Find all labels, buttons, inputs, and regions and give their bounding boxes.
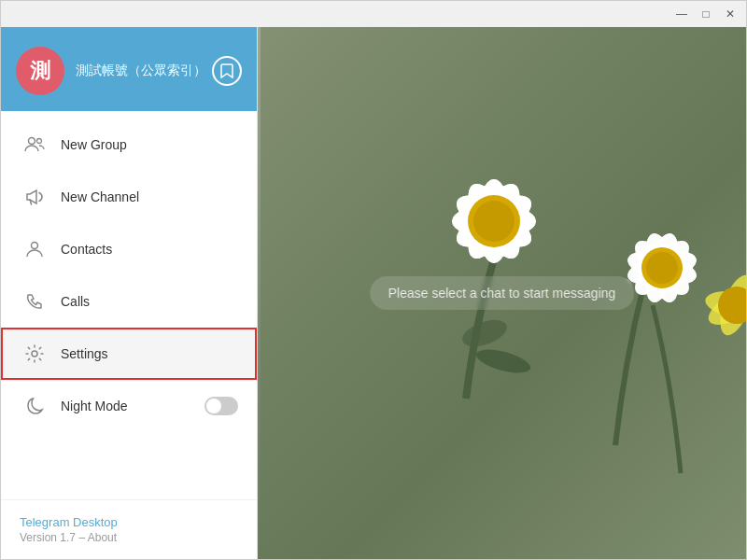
new-group-label: New Group: [61, 137, 238, 152]
chat-placeholder: Please select a chat to start messaging: [370, 276, 635, 310]
sidebar: 測 測試帳號（公眾索引）: [1, 27, 258, 559]
bookmark-button[interactable]: [212, 56, 242, 86]
title-bar: — □ ✕: [1, 1, 746, 27]
night-mode-label: Night Mode: [61, 399, 204, 413]
menu-item-calls[interactable]: Calls: [1, 275, 257, 328]
menu-item-new-channel[interactable]: New Channel: [1, 171, 257, 223]
gear-icon: [20, 339, 49, 369]
app-name-label: Telegram Desktop: [20, 515, 238, 529]
menu-list: New Group New Channel: [1, 111, 257, 499]
sidebar-header: 測 測試帳號（公眾索引）: [1, 27, 257, 111]
version-label: Version 1.7 – About: [20, 531, 238, 544]
menu-item-contacts[interactable]: Contacts: [1, 223, 257, 275]
avatar: 測: [16, 47, 64, 95]
megaphone-icon: [20, 182, 49, 212]
menu-item-night-mode[interactable]: Night Mode: [1, 380, 257, 432]
main-area: Please select a chat to start messaging: [258, 27, 746, 559]
close-button[interactable]: ✕: [718, 5, 742, 23]
window-frame: — □ ✕ 測 測試帳號（公眾索引）: [0, 0, 747, 560]
person-icon: [20, 234, 49, 264]
svg-point-32: [646, 252, 678, 284]
svg-point-3: [32, 351, 37, 357]
user-name: 測試帳號（公眾索引）: [76, 63, 212, 79]
app-body: 測 測試帳號（公眾索引）: [1, 27, 746, 559]
minimize-button[interactable]: —: [669, 5, 694, 23]
moon-icon: [20, 391, 49, 421]
user-info: 測試帳號（公眾索引）: [64, 63, 212, 79]
people-icon: [20, 130, 49, 160]
svg-point-18: [473, 201, 514, 242]
new-channel-label: New Channel: [61, 189, 238, 204]
menu-item-new-group[interactable]: New Group: [1, 119, 257, 171]
contacts-label: Contacts: [61, 242, 238, 257]
night-mode-toggle[interactable]: [204, 397, 238, 415]
menu-item-settings[interactable]: Settings: [1, 328, 257, 380]
svg-point-1: [37, 139, 42, 144]
maximize-button[interactable]: □: [694, 5, 718, 23]
svg-point-2: [32, 243, 38, 249]
svg-point-0: [29, 138, 35, 145]
settings-label: Settings: [61, 346, 238, 361]
bookmark-icon: [220, 63, 233, 78]
sidebar-footer: Telegram Desktop Version 1.7 – About: [1, 499, 257, 559]
phone-icon: [20, 287, 49, 316]
calls-label: Calls: [61, 294, 238, 309]
